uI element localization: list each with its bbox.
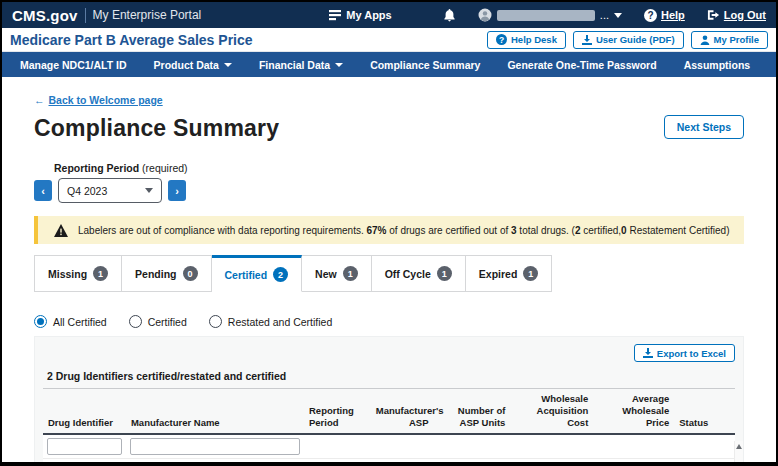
col-status: Status xyxy=(674,389,735,434)
alert-text-part: total drugs. ( xyxy=(517,225,575,236)
user-guide-button[interactable]: User Guide (PDF) xyxy=(573,31,684,49)
filter-manufacturer-name-input[interactable] xyxy=(130,438,300,455)
help-link[interactable]: ? Help xyxy=(644,9,685,22)
table-caption: 2 Drug Identifiers certified/restated an… xyxy=(43,366,735,389)
cell-wholesale-acquisition-cost: $1500.000 xyxy=(510,458,593,466)
log-out-link[interactable]: Log Out xyxy=(707,9,766,21)
results-panel: Export to Excel 2 Drug Identifiers certi… xyxy=(34,336,744,466)
bell-icon[interactable] xyxy=(443,8,456,22)
tab-count-badge: 1 xyxy=(93,266,108,281)
col-manufacturer-name: Manufacturer Name xyxy=(126,389,304,434)
col-reporting-period: Reporting Period xyxy=(304,389,371,434)
reporting-period-label-text: Reporting Period xyxy=(54,162,139,174)
download-icon xyxy=(643,348,653,358)
export-to-excel-button[interactable]: Export to Excel xyxy=(634,344,735,362)
nav-product-data[interactable]: Product Data xyxy=(154,59,232,71)
app-bar: Medicare Part B Average Sales Price ? He… xyxy=(2,28,776,52)
alert-percent: 67% xyxy=(367,225,387,236)
screen: CMS.gov My Enterprise Portal My Apps ...… xyxy=(0,0,778,466)
tab-count-badge: 2 xyxy=(273,267,288,282)
tab-expired[interactable]: Expired1 xyxy=(466,255,553,292)
col-wholesale-acquisition-cost: Wholesale Acquisition Cost xyxy=(510,389,593,434)
tab-label: Off Cycle xyxy=(385,268,431,280)
col-drug-identifier: Drug Identifier xyxy=(43,389,126,434)
tab-pending[interactable]: Pending0 xyxy=(122,255,211,292)
reporting-period-select[interactable]: Q4 2023 xyxy=(58,178,162,203)
app-title: Medicare Part B Average Sales Price xyxy=(10,32,253,48)
nav-financial-data[interactable]: Financial Data xyxy=(259,59,343,71)
nav-label: Assumptions xyxy=(684,59,751,71)
user-menu-ellipsis: ... xyxy=(600,9,609,21)
chevron-down-icon xyxy=(145,188,153,193)
user-guide-label: User Guide (PDF) xyxy=(596,34,675,45)
user-avatar-icon xyxy=(478,8,492,22)
nav-assumptions[interactable]: Assumptions xyxy=(684,59,751,71)
sign-out-icon xyxy=(707,9,720,21)
col-manufacturers-asp: Manufacturer's ASP xyxy=(371,389,434,434)
tab-label: Certified xyxy=(225,269,268,281)
cell-manufacturers-asp: $0.000 xyxy=(371,458,434,466)
nav-label: Financial Data xyxy=(259,59,330,71)
nav-label: Generate One-Time Password xyxy=(507,59,656,71)
filter-drug-identifier-input[interactable] xyxy=(47,438,122,455)
page-content: ← Back to Welcome page Compliance Summar… xyxy=(2,77,776,466)
back-link-label: Back to Welcome page xyxy=(49,94,163,106)
main-nav: Manage NDC1/ALT ID Product Data Financia… xyxy=(2,52,776,77)
tab-count-badge: 1 xyxy=(343,266,358,281)
caret-down-icon xyxy=(335,63,343,67)
table-region: Drug Identifier Manufacturer Name Report… xyxy=(43,389,735,466)
portal-name: My Enterprise Portal xyxy=(93,8,202,22)
tab-new[interactable]: New1 xyxy=(302,255,372,292)
radio-all-certified[interactable]: All Certified xyxy=(34,315,107,328)
nav-label: Product Data xyxy=(154,59,219,71)
nav-compliance-summary[interactable]: Compliance Summary xyxy=(370,59,480,71)
caret-down-icon xyxy=(224,63,232,67)
cell-status: Certified xyxy=(674,458,735,466)
radio-certified[interactable]: Certified xyxy=(129,315,187,328)
my-profile-label: My Profile xyxy=(714,34,759,45)
back-to-welcome-link[interactable]: ← Back to Welcome page xyxy=(34,94,163,106)
status-tabs: Missing1 Pending0 Certified2 New1 Off Cy… xyxy=(34,255,744,292)
user-menu[interactable]: ... xyxy=(478,8,622,22)
radio-restated-and-certified[interactable]: Restated and Certified xyxy=(209,315,332,328)
tab-count-badge: 1 xyxy=(523,266,538,281)
question-icon: ? xyxy=(496,34,507,45)
log-out-label: Log Out xyxy=(724,9,766,21)
tab-certified[interactable]: Certified2 xyxy=(212,255,303,292)
scroll-up-icon[interactable] xyxy=(736,444,742,449)
tab-missing[interactable]: Missing1 xyxy=(34,255,122,292)
person-icon xyxy=(700,35,710,45)
next-steps-button[interactable]: Next Steps xyxy=(664,115,744,139)
table-scrollbar[interactable] xyxy=(734,441,743,466)
next-period-button[interactable]: › xyxy=(168,180,186,201)
drug-table: Drug Identifier Manufacturer Name Report… xyxy=(43,389,735,466)
tab-off-cycle[interactable]: Off Cycle1 xyxy=(372,255,466,292)
my-profile-button[interactable]: My Profile xyxy=(691,31,768,49)
required-hint: (required) xyxy=(139,162,187,174)
warning-icon xyxy=(54,224,68,237)
col-average-wholesale-price: Average Wholesale Price xyxy=(593,389,674,434)
header-row: Drug Identifier Manufacturer Name Report… xyxy=(43,389,735,434)
download-icon xyxy=(582,35,592,45)
cell-average-wholesale-price: $500.000 xyxy=(593,458,674,466)
nav-generate-one-time-password[interactable]: Generate One-Time Password xyxy=(507,59,656,71)
alert-text-part: certified, xyxy=(581,225,622,236)
radio-label: Certified xyxy=(148,316,187,328)
cms-logo[interactable]: CMS.gov xyxy=(12,7,78,24)
page-title: Compliance Summary xyxy=(34,115,279,142)
grid-icon xyxy=(329,9,341,21)
help-desk-label: Help Desk xyxy=(511,34,557,45)
cell-number-of-asp-units: 30.000 xyxy=(433,458,510,466)
alert-text-part: Labelers are out of compliance with data… xyxy=(78,225,367,236)
alert-text-part: Restatement Certified) xyxy=(627,225,730,236)
nav-manage-ndc1-alt-id[interactable]: Manage NDC1/ALT ID xyxy=(20,59,127,71)
reporting-period-value: Q4 2023 xyxy=(67,185,107,197)
radio-icon xyxy=(209,315,222,328)
chevron-down-icon xyxy=(614,13,622,18)
help-desk-button[interactable]: ? Help Desk xyxy=(487,31,566,49)
table-row[interactable]: 99999-9999-99 Test Manf Name impl Q4 202… xyxy=(43,458,735,466)
radio-icon xyxy=(34,315,47,328)
my-apps-button[interactable]: My Apps xyxy=(329,9,391,21)
nav-label: Compliance Summary xyxy=(370,59,480,71)
previous-period-button[interactable]: ‹ xyxy=(34,180,52,201)
